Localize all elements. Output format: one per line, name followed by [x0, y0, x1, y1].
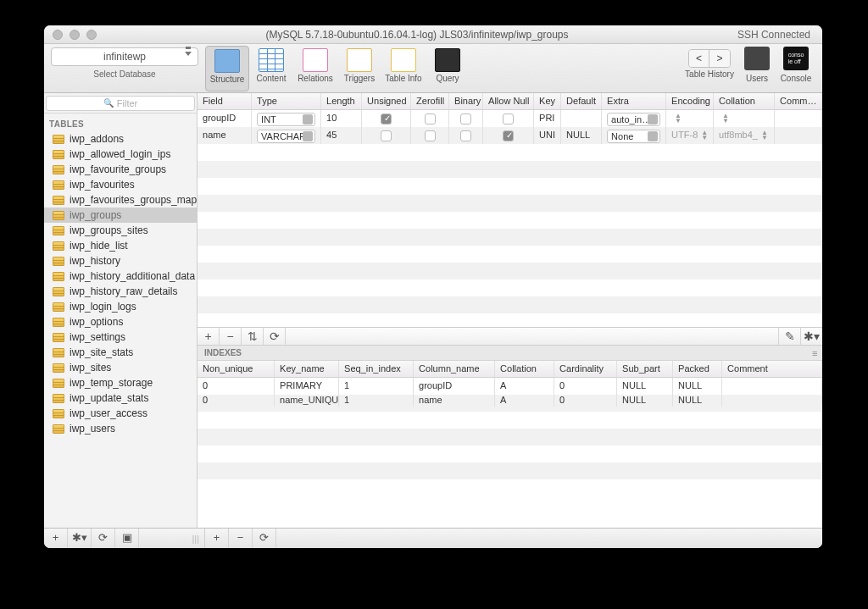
close-icon[interactable]	[53, 30, 63, 40]
view-button[interactable]: ▣	[115, 529, 139, 548]
idx-collation[interactable]: Collation	[495, 361, 554, 377]
idx-nonunique[interactable]: Non_unique	[198, 361, 275, 377]
table-item[interactable]: iwp_site_stats	[44, 345, 197, 360]
table-item[interactable]: iwp_groups_sites	[44, 223, 197, 238]
table-item[interactable]: iwp_history_raw_details	[44, 284, 197, 299]
table-item-label: iwp_history	[70, 255, 120, 267]
table-gear-button[interactable]: ✱▾	[68, 529, 92, 548]
col-allownull[interactable]: Allow Null	[483, 93, 534, 109]
table-icon	[53, 424, 64, 434]
remove-column-button[interactable]: −	[220, 328, 242, 345]
content-tab[interactable]: Content	[249, 46, 293, 91]
idx-keyname[interactable]: Key_name	[275, 361, 339, 377]
table-item[interactable]: iwp_sites	[44, 360, 197, 375]
table-item[interactable]: iwp_update_stats	[44, 390, 197, 406]
tableinfo-tab[interactable]: Table Info	[381, 46, 426, 91]
index-row[interactable]: 0name_UNIQUE1nameA0NULLNULL	[198, 392, 822, 407]
console-button[interactable]: conso le offConsole	[776, 47, 815, 92]
table-item-label: iwp_allowed_login_ips	[70, 148, 170, 160]
col-collation[interactable]: Collation	[714, 93, 775, 109]
table-item[interactable]: iwp_favourites	[44, 177, 197, 192]
titlebar: (MySQL 5.7.18-0ubuntu0.16.04.1-log) JLS0…	[44, 25, 822, 44]
filter-input[interactable]: Filter	[46, 96, 195, 111]
table-item[interactable]: iwp_addons	[44, 131, 197, 147]
users-button[interactable]: Users	[737, 47, 776, 92]
table-item[interactable]: iwp_history	[44, 253, 197, 269]
ssh-status: SSH Connected	[737, 29, 822, 41]
binary-checkbox[interactable]	[460, 113, 471, 125]
col-field[interactable]: Field	[198, 93, 252, 109]
table-item[interactable]: iwp_allowed_login_ips	[44, 147, 197, 162]
zoom-icon[interactable]	[86, 30, 97, 40]
zerofill-checkbox[interactable]	[425, 113, 436, 125]
users-label: Users	[746, 74, 768, 83]
idx-pack[interactable]: Packed	[673, 361, 722, 377]
index-row[interactable]: 0PRIMARY1groupIDA0NULLNULL	[198, 378, 822, 392]
table-icon	[53, 272, 64, 281]
app-window: (MySQL 5.7.18-0ubuntu0.16.04.1-log) JLS0…	[44, 25, 822, 548]
history-back-button[interactable]: <	[689, 50, 709, 67]
column-row[interactable]: groupIDINT10PRIauto_in…▲▼▲▼	[198, 110, 822, 127]
zerofill-checkbox[interactable]	[425, 130, 436, 141]
col-extra[interactable]: Extra	[602, 93, 666, 109]
table-icon	[53, 318, 64, 327]
toolbar: infinitewp Select Database Structure Con…	[44, 44, 822, 93]
add-index-button[interactable]: +	[205, 529, 229, 548]
indexes-menu-icon[interactable]: ≡	[812, 348, 817, 358]
refresh-indexes-button[interactable]: ⟳	[253, 529, 276, 548]
col-encoding[interactable]: Encoding	[666, 93, 714, 109]
refresh-tables-button[interactable]: ⟳	[92, 529, 115, 548]
relations-tab[interactable]: Relations	[293, 46, 337, 91]
column-row[interactable]: nameVARCHAR45UNINULLNoneUTF-8▲▼utf8mb4_▲…	[198, 127, 822, 144]
table-item[interactable]: iwp_temp_storage	[44, 375, 197, 390]
col-binary[interactable]: Binary	[449, 93, 483, 109]
allownull-checkbox[interactable]	[503, 113, 514, 125]
table-item[interactable]: iwp_user_access	[44, 406, 197, 421]
table-item[interactable]: iwp_settings	[44, 329, 197, 345]
col-default[interactable]: Default	[561, 93, 602, 109]
sidebar: Filter TABLES iwp_addonsiwp_allowed_logi…	[44, 93, 198, 528]
table-item[interactable]: iwp_favourites_groups_map	[44, 192, 197, 208]
table-item[interactable]: iwp_hide_list	[44, 238, 197, 253]
allownull-checkbox[interactable]	[503, 130, 514, 141]
remove-index-button[interactable]: −	[229, 529, 253, 548]
table-item[interactable]: iwp_history_additional_data	[44, 269, 197, 284]
binary-checkbox[interactable]	[460, 130, 471, 141]
idx-col[interactable]: Column_name	[414, 361, 495, 377]
col-unsigned[interactable]: Unsigned	[362, 93, 411, 109]
col-key[interactable]: Key	[534, 93, 561, 109]
add-column-button[interactable]: +	[198, 328, 220, 345]
database-select[interactable]: infinitewp	[51, 47, 198, 66]
edit-columns-button[interactable]: ✎	[778, 328, 800, 345]
table-item[interactable]: iwp_login_logs	[44, 299, 197, 314]
query-tab[interactable]: Query	[426, 46, 470, 91]
table-icon	[53, 379, 64, 388]
unsigned-checkbox[interactable]	[381, 130, 392, 141]
table-item[interactable]: iwp_options	[44, 314, 197, 329]
sidebar-resize-grip[interactable]: |||	[192, 534, 204, 544]
table-item[interactable]: iwp_groups	[44, 208, 197, 223]
table-item-label: iwp_login_logs	[70, 301, 136, 313]
col-zerofill[interactable]: Zerofill	[411, 93, 449, 109]
add-table-button[interactable]: +	[44, 529, 68, 548]
duplicate-column-button[interactable]: ⇅	[242, 328, 264, 345]
col-type[interactable]: Type	[252, 93, 321, 109]
col-length[interactable]: Length	[321, 93, 362, 109]
unsigned-checkbox[interactable]	[381, 113, 392, 125]
detail-pane: Field Type Length Unsigned Zerofill Bina…	[198, 93, 822, 528]
triggers-tab[interactable]: Triggers	[337, 46, 381, 91]
col-comment[interactable]: Comm…	[775, 93, 822, 109]
columns-gear-button[interactable]: ✱▾	[800, 328, 822, 345]
idx-sub[interactable]: Sub_part	[617, 361, 673, 377]
refresh-columns-button[interactable]: ⟳	[264, 328, 286, 345]
table-item[interactable]: iwp_favourite_groups	[44, 162, 197, 177]
structure-tab[interactable]: Structure	[205, 46, 249, 91]
idx-card[interactable]: Cardinality	[554, 361, 617, 377]
idx-seq[interactable]: Seq_in_index	[339, 361, 414, 377]
history-fwd-button[interactable]: >	[709, 50, 730, 67]
table-item-label: iwp_update_stats	[70, 392, 148, 404]
table-item[interactable]: iwp_users	[44, 421, 197, 436]
idx-comment[interactable]: Comment	[722, 361, 822, 377]
minimize-icon[interactable]	[70, 30, 80, 40]
history-label: Table History	[685, 69, 734, 79]
